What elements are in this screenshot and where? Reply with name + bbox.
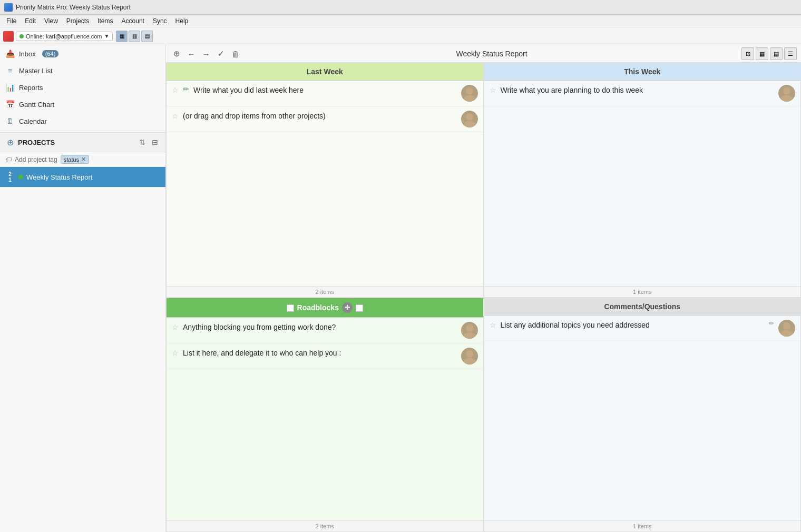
report-toolbar: ⊕ ← → ✓ 🗑 Weekly Status Report ⊞ ▦ ▤ ☰ xyxy=(166,45,801,63)
tag-icon: 🏷 xyxy=(5,156,12,163)
report-title: Weekly Status Report xyxy=(244,50,739,58)
avatar xyxy=(461,322,478,339)
content-area: ⊕ ← → ✓ 🗑 Weekly Status Report ⊞ ▦ ▤ ☰ L… xyxy=(166,45,801,532)
menu-help[interactable]: Help xyxy=(171,16,193,26)
tag-remove-button[interactable]: ✕ xyxy=(81,156,86,163)
project-item-weekly-status[interactable]: 2 1 Weekly Status Report xyxy=(0,167,165,188)
avatar xyxy=(461,85,478,102)
tag-name: status xyxy=(64,156,79,163)
inbox-badge: (64) xyxy=(42,50,59,57)
tag-chip-status: status ✕ xyxy=(61,155,89,164)
item-text: List it here, and delegate it to who can… xyxy=(183,348,457,359)
svg-point-6 xyxy=(466,324,473,332)
quadrant-comments: Comments/Questions ☆ List any additional… xyxy=(484,298,802,533)
menu-sync[interactable]: Sync xyxy=(149,16,171,26)
project-num-top: 2 xyxy=(8,171,12,177)
quadrant-roadblocks: Roadblocks ✛ ☆ Anything blocking you fro… xyxy=(166,298,484,533)
roadblocks-checkbox[interactable] xyxy=(287,304,294,312)
menu-file[interactable]: File xyxy=(2,16,21,26)
delete-button[interactable]: 🗑 xyxy=(229,47,242,60)
app-icon xyxy=(4,3,13,12)
avatar xyxy=(461,348,478,364)
this-week-items: ☆ Write what you are planning to do this… xyxy=(484,81,801,286)
roadblocks-items: ☆ Anything blocking you from getting wor… xyxy=(167,318,483,521)
main-layout: 📥 Inbox (64) ≡ Master List 📊 Reports 📅 G… xyxy=(0,45,801,532)
star-button[interactable]: ☆ xyxy=(490,86,496,94)
gantt-icon: 📅 xyxy=(5,100,15,109)
star-button[interactable]: ☆ xyxy=(490,321,496,329)
view-btn-1[interactable]: ▦ xyxy=(116,31,128,42)
menu-account[interactable]: Account xyxy=(118,16,149,26)
filter-projects-button[interactable]: ⊟ xyxy=(150,137,160,147)
menu-projects[interactable]: Projects xyxy=(62,16,93,26)
app-logo-icon xyxy=(3,31,14,42)
last-week-items: ☆ ✏ Write what you did last week here ☆ xyxy=(167,81,483,286)
svg-point-9 xyxy=(463,358,476,364)
comments-items: ☆ List any additional topics you need ad… xyxy=(484,316,801,521)
projects-header: ⊕ PROJECTS ⇅ ⊟ xyxy=(0,132,165,152)
svg-point-10 xyxy=(783,322,790,330)
menubar: File Edit View Projects Items Account Sy… xyxy=(0,15,801,27)
list-item: ☆ Write what you are planning to do this… xyxy=(484,81,801,106)
roadblocks-checkbox-right[interactable] xyxy=(356,304,363,312)
sidebar-item-gantt[interactable]: 📅 Gantt Chart xyxy=(0,96,165,113)
forward-button[interactable]: → xyxy=(200,47,212,60)
star-button[interactable]: ☆ xyxy=(172,112,179,120)
sidebar-item-calendar[interactable]: 🗓 Calendar xyxy=(0,113,165,130)
item-text: Write what you did last week here xyxy=(193,85,457,96)
star-button[interactable]: ☆ xyxy=(172,86,179,94)
user-badge[interactable]: Online: kari@appfluence.com ▼ xyxy=(16,32,113,41)
pencil-small-icon: ✏ xyxy=(769,320,774,327)
calendar-label: Calendar xyxy=(19,117,47,125)
user-email: Online: kari@appfluence.com xyxy=(26,33,102,40)
comments-title: Comments/Questions xyxy=(604,302,680,311)
item-text: (or drag and drop items from other proje… xyxy=(183,111,457,122)
comments-header: Comments/Questions xyxy=(484,298,801,316)
menu-items[interactable]: Items xyxy=(93,16,117,26)
svg-point-0 xyxy=(466,87,473,95)
check-button[interactable]: ✓ xyxy=(214,47,227,60)
sort-projects-button[interactable]: ⇅ xyxy=(137,137,148,147)
project-num-bottom: 1 xyxy=(8,177,12,183)
item-text: Write what you are planning to do this w… xyxy=(501,85,775,96)
report-view-table[interactable]: ▦ xyxy=(756,47,768,60)
quadrant-last-week: Last Week ☆ ✏ Write what you did last we… xyxy=(166,63,484,298)
projects-actions: ⇅ ⊟ xyxy=(137,137,160,147)
quadrant-grid: Last Week ☆ ✏ Write what you did last we… xyxy=(166,63,801,532)
roadblocks-title: Roadblocks xyxy=(297,303,339,312)
zoom-in-button[interactable]: ⊕ xyxy=(170,47,183,60)
svg-point-7 xyxy=(463,332,476,339)
sidebar-item-reports[interactable]: 📊 Reports xyxy=(0,79,165,96)
this-week-footer: 1 items xyxy=(484,286,801,297)
list-item: ☆ Anything blocking you from getting wor… xyxy=(167,318,483,343)
view-btn-2[interactable]: ▥ xyxy=(129,31,140,42)
list-item: ☆ List any additional topics you need ad… xyxy=(484,316,801,341)
report-view-grid[interactable]: ⊞ xyxy=(741,47,754,60)
view-btn-3[interactable]: ▤ xyxy=(141,31,153,42)
svg-point-11 xyxy=(780,330,793,337)
dropdown-arrow[interactable]: ▼ xyxy=(104,33,109,39)
pencil-icon: ✏ xyxy=(183,85,189,93)
star-button[interactable]: ☆ xyxy=(172,323,179,331)
report-view-chart[interactable]: ▤ xyxy=(770,47,783,60)
menu-edit[interactable]: Edit xyxy=(21,16,40,26)
last-week-title: Last Week xyxy=(307,67,343,76)
sidebar-item-inbox[interactable]: 📥 Inbox (64) xyxy=(0,45,165,62)
add-project-tag-label[interactable]: Add project tag xyxy=(15,156,57,163)
online-indicator xyxy=(19,34,24,38)
titlebar: Priority Matrix Pro: Weekly Status Repor… xyxy=(0,0,801,15)
inbox-icon: 📥 xyxy=(5,49,15,58)
svg-point-5 xyxy=(780,95,793,102)
menu-view[interactable]: View xyxy=(40,16,62,26)
sidebar-item-master-list[interactable]: ≡ Master List xyxy=(0,62,165,79)
app-title: Priority Matrix Pro: Weekly Status Repor… xyxy=(16,4,131,11)
avatar xyxy=(778,85,795,102)
back-button[interactable]: ← xyxy=(185,47,198,60)
item-text: List any additional topics you need addr… xyxy=(501,320,765,331)
add-project-icon[interactable]: ⊕ xyxy=(5,137,15,147)
resize-handle[interactable]: ✛ xyxy=(342,302,353,313)
list-item: ☆ List it here, and delegate it to who c… xyxy=(167,343,483,369)
report-view-list[interactable]: ☰ xyxy=(784,47,797,60)
star-button[interactable]: ☆ xyxy=(172,349,179,357)
list-item: ☆ (or drag and drop items from other pro… xyxy=(167,106,483,132)
